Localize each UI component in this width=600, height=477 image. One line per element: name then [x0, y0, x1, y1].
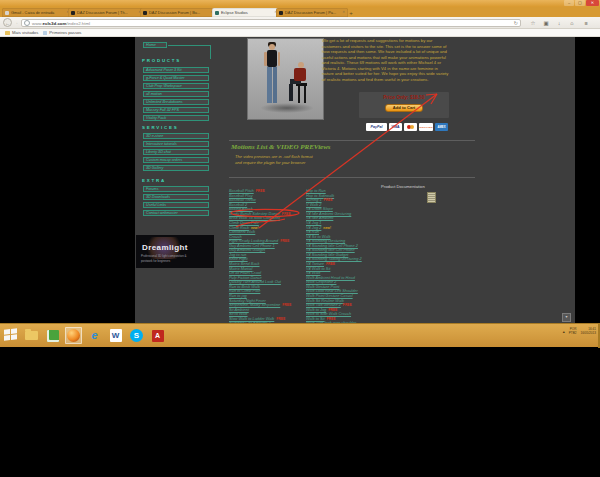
- figure-shadow: [260, 103, 314, 113]
- page-viewport: Home PRODUCTS Advanced Poser 3 Kitg-Forc…: [0, 37, 600, 323]
- sidebar-home-button[interactable]: Home: [143, 42, 167, 48]
- daz-favicon-icon: [143, 11, 147, 15]
- url-domain: ecls3d.com: [43, 21, 67, 26]
- tab-daz-forum-2[interactable]: DAZ Discussion Forum | Bu... ✕: [140, 8, 216, 17]
- sidebar-service-button[interactable]: 3D Gallery: [143, 165, 209, 171]
- dreamlight-tagline: Professional 3D light composition &: [141, 254, 186, 258]
- product-description: We get a lot of requests and suggestions…: [322, 38, 474, 82]
- bookmark-label: Mais visitados: [12, 30, 38, 35]
- sidebar-product-button[interactable]: Advanced Poser 3 Kit: [143, 67, 209, 73]
- sidebar-extra-button[interactable]: Forums: [143, 186, 209, 192]
- bookmarks-bar: Mais visitados Primeiros passos: [0, 29, 600, 37]
- menu-bar: ArquivoEditarExibirHistóricoFavoritosFer…: [0, 0, 600, 7]
- site-content: Home PRODUCTS Advanced Poser 3 Kitg-Forc…: [135, 37, 575, 323]
- subtitle-line: The video previews are in .swf flash for…: [235, 154, 313, 159]
- firefox-icon[interactable]: [65, 327, 82, 344]
- sidebar-service-button[interactable]: Custom mocap orders: [143, 157, 209, 163]
- product-render-image: [247, 38, 324, 120]
- tab-label: DAZ Discussion Forum | Th...: [77, 8, 128, 17]
- home-icon[interactable]: ⌂: [567, 19, 577, 27]
- clock[interactable]: 16:4116/05/2013: [581, 327, 596, 335]
- sidebar-products-group: Advanced Poser 3 Kitg-Force & Quad Maste…: [143, 67, 209, 123]
- sidebar-product-button[interactable]: Club Prop Workspace: [143, 83, 209, 89]
- tab-eclipse-studios-active[interactable]: Eclipse Studios ✕: [212, 8, 280, 17]
- system-tray: ▴ PORPTB2 16:4116/05/2013: [563, 327, 596, 335]
- discover-icon: DISCOVER: [419, 123, 433, 131]
- tab-label: DAZ Discussion Forum | Bu...: [149, 8, 200, 17]
- close-button[interactable]: ✕: [586, 0, 599, 6]
- tab-daz-forum-1[interactable]: DAZ Discussion Forum | Th... ✕: [68, 8, 144, 17]
- reload-icon[interactable]: ↻: [514, 20, 518, 26]
- mastercard-icon: [404, 123, 417, 131]
- dreamlight-logo: Dreamlight: [142, 243, 188, 252]
- tray-chevron-icon[interactable]: ▴: [563, 329, 565, 334]
- gmail-favicon-icon: [5, 11, 9, 15]
- url-path: /index2.html: [66, 21, 90, 26]
- subtitle-line: and require the plugin for your browser: [235, 160, 305, 165]
- divider: [229, 140, 475, 141]
- sidebar-product-button[interactable]: Vitality Pack: [143, 115, 209, 121]
- frame-scroll-down-arrow[interactable]: ▼: [562, 313, 571, 322]
- maximize-button[interactable]: ▢: [575, 0, 585, 6]
- tab-close-icon[interactable]: ✕: [340, 8, 345, 17]
- bookmark-star-icon[interactable]: ☆: [528, 19, 538, 27]
- price-label: Price Only: $18.50: [359, 95, 449, 100]
- sidebar-product-button[interactable]: g-Force & Quad Master: [143, 75, 209, 81]
- add-to-cart-button[interactable]: Add to Cart: [385, 104, 423, 112]
- document-icon[interactable]: [427, 192, 436, 203]
- word-document-icon[interactable]: W: [107, 327, 124, 344]
- menu-hamburger-icon[interactable]: ≡: [581, 19, 591, 27]
- motion-link[interactable]: Walk Turn look over shoulder: [306, 317, 362, 322]
- visa-icon: VISA: [389, 123, 402, 131]
- sidebar-extra-button[interactable]: Contact webmaster: [143, 210, 209, 216]
- motion-link[interactable]: Serpentine, Madly SerpentineFREE: [229, 299, 291, 304]
- bookmark-most-visited[interactable]: Mais visitados: [5, 30, 38, 35]
- description-line: of realistic motions and find them usefu…: [322, 77, 474, 83]
- screen: ArquivoEditarExibirHistóricoFavoritosFer…: [0, 0, 600, 477]
- tab-label: Eclipse Studios: [221, 8, 248, 17]
- sidebar-product-button[interactable]: Massey Full 32 FPS: [143, 107, 209, 113]
- amex-icon: AMEX: [435, 123, 448, 131]
- tab-daz-forum-3[interactable]: DAZ Discussion Forum | Pa... ✕: [276, 8, 348, 17]
- seated-figure: [294, 68, 306, 81]
- minimize-button[interactable]: –: [564, 0, 574, 6]
- sidebar-service-button[interactable]: Liberty 3D chat: [143, 149, 209, 155]
- sidebar-service-button[interactable]: Interactive tutorials: [143, 141, 209, 147]
- url-bar[interactable]: www.ecls3d.com/index2.html ↻: [21, 19, 521, 27]
- sidebar-product-button[interactable]: all motion: [143, 91, 209, 97]
- internet-explorer-icon[interactable]: e: [86, 327, 103, 344]
- paypal-icon[interactable]: PayPal: [366, 123, 387, 131]
- sidebar-services-group: 3D e-storeInteractive tutorialsLiberty 3…: [143, 133, 209, 173]
- eclipse-favicon-icon: [215, 11, 219, 15]
- globe-icon: [24, 20, 30, 26]
- purchase-panel: Price Only: $18.50 Add to Cart: [359, 92, 449, 118]
- bookmark-getting-started[interactable]: Primeiros passos: [43, 30, 81, 35]
- sidebar-extra-header: EXTRA: [142, 178, 166, 183]
- red-app-icon[interactable]: A: [149, 327, 166, 344]
- start-button-windows-icon[interactable]: [4, 328, 17, 341]
- downloads-icon[interactable]: ↓: [554, 19, 564, 27]
- back-icon[interactable]: ←: [3, 18, 12, 27]
- tab-gmail[interactable]: Gmail - Caixa de entrada ✕: [2, 8, 72, 17]
- page-icon: [43, 31, 47, 35]
- skype-icon[interactable]: S: [128, 327, 145, 344]
- sidebar-products-header: PRODUCTS: [142, 58, 181, 63]
- pocket-icon[interactable]: ▣: [541, 19, 551, 27]
- file-explorer-icon[interactable]: [23, 327, 40, 344]
- new-tab-button[interactable]: +: [346, 9, 356, 17]
- sidebar-product-button[interactable]: Unlimited Breakdowns: [143, 99, 209, 105]
- green-app-icon[interactable]: [44, 327, 61, 344]
- dreamlight-banner[interactable]: Dreamlight Professional 3D light composi…: [136, 235, 214, 268]
- url-prefix: www.: [32, 21, 43, 26]
- language-indicator[interactable]: PORPTB2: [569, 327, 577, 335]
- daz-favicon-icon: [71, 11, 75, 15]
- sidebar-extra-button[interactable]: 3D Downloads: [143, 194, 209, 200]
- bookmark-label: Primeiros passos: [49, 30, 81, 35]
- product-documentation-label: Product Documentation: [381, 184, 425, 189]
- motions-list-heading: Motions List & VIDEO PREViews: [231, 143, 331, 151]
- forward-icon[interactable]: →: [13, 20, 19, 26]
- motion-list-left-column: Baseball PitchFREEBaseball PlayBaseball …: [229, 185, 291, 322]
- sidebar-service-button[interactable]: 3D e-store: [143, 133, 209, 139]
- sidebar-extra-button[interactable]: Useful Links: [143, 202, 209, 208]
- divider: [229, 177, 475, 178]
